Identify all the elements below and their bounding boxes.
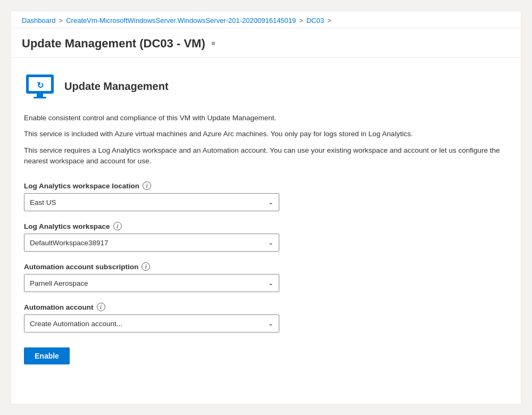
dropdown-automation-account[interactable]: Create Automation account... ⌄: [24, 314, 279, 333]
content-area: ↻ Update Management Enable consistent co…: [11, 57, 521, 379]
label-text-automation-subscription: Automation account subscription: [24, 263, 138, 271]
description-line-1: Enable consistent control and compliance…: [24, 113, 508, 123]
breadcrumb: Dashboard > CreateVm-MicrosoftWindowsSer…: [11, 11, 521, 28]
field-automation-subscription: Automation account subscription i Parnel…: [24, 262, 508, 292]
label-text-log-analytics-location: Log Analytics workspace location: [24, 182, 139, 190]
dropdown-value-log-analytics-workspace: DefaultWorkspace38917: [30, 239, 109, 247]
chevron-icon-automation-account: ⌄: [268, 320, 273, 327]
pin-icon[interactable]: ⌖: [208, 38, 218, 48]
label-automation-subscription: Automation account subscription i: [24, 262, 508, 271]
label-text-automation-account: Automation account: [24, 303, 94, 311]
svg-rect-3: [34, 97, 46, 98]
dropdown-automation-subscription[interactable]: Parnell Aerospace ⌄: [24, 274, 279, 292]
page-title: Update Management (DC03 - VM): [22, 37, 205, 51]
dropdown-value-log-analytics-location: East US: [30, 198, 56, 206]
label-automation-account: Automation account i: [24, 303, 508, 311]
svg-rect-2: [37, 94, 43, 97]
enable-button[interactable]: Enable: [24, 347, 70, 364]
description-line-3: This service requires a Log Analytics wo…: [24, 145, 508, 167]
description-block: Enable consistent control and compliance…: [24, 113, 508, 167]
chevron-icon-log-analytics-workspace: ⌄: [268, 239, 273, 246]
chevron-icon-log-analytics-location: ⌄: [268, 198, 273, 206]
field-log-analytics-location: Log Analytics workspace location i East …: [24, 181, 508, 211]
info-icon-log-analytics-workspace[interactable]: i: [113, 222, 122, 230]
breadcrumb-dashboard[interactable]: Dashboard: [22, 16, 56, 24]
breadcrumb-dc03[interactable]: DC03: [306, 16, 324, 24]
info-icon-automation-account[interactable]: i: [97, 303, 105, 311]
breadcrumb-sep-2: >: [299, 16, 303, 24]
service-header: ↻ Update Management: [24, 72, 508, 100]
page-header: Update Management (DC03 - VM) ⌖: [11, 28, 521, 57]
form-section: Log Analytics workspace location i East …: [24, 181, 508, 364]
breadcrumb-sep-1: >: [59, 16, 63, 24]
description-line-2: This service is included with Azure virt…: [24, 129, 508, 139]
info-icon-log-analytics-location[interactable]: i: [143, 181, 151, 190]
info-icon-automation-subscription[interactable]: i: [142, 262, 150, 271]
field-automation-account: Automation account i Create Automation a…: [24, 303, 508, 333]
label-log-analytics-workspace: Log Analytics workspace i: [24, 222, 508, 230]
service-title: Update Management: [64, 80, 169, 93]
dropdown-value-automation-account: Create Automation account...: [30, 320, 122, 328]
main-panel: Dashboard > CreateVm-MicrosoftWindowsSer…: [11, 11, 521, 404]
dropdown-value-automation-subscription: Parnell Aerospace: [30, 279, 88, 287]
label-text-log-analytics-workspace: Log Analytics workspace: [24, 222, 110, 230]
svg-text:↻: ↻: [37, 81, 44, 90]
label-log-analytics-location: Log Analytics workspace location i: [24, 181, 508, 190]
service-icon: ↻: [24, 72, 56, 100]
field-log-analytics-workspace: Log Analytics workspace i DefaultWorkspa…: [24, 222, 508, 252]
dropdown-log-analytics-workspace[interactable]: DefaultWorkspace38917 ⌄: [24, 234, 279, 252]
chevron-icon-automation-subscription: ⌄: [268, 279, 273, 287]
breadcrumb-vm-creation[interactable]: CreateVm-MicrosoftWindowsServer.WindowsS…: [66, 16, 296, 24]
dropdown-log-analytics-location[interactable]: East US ⌄: [24, 193, 279, 211]
breadcrumb-sep-3: >: [327, 16, 331, 24]
